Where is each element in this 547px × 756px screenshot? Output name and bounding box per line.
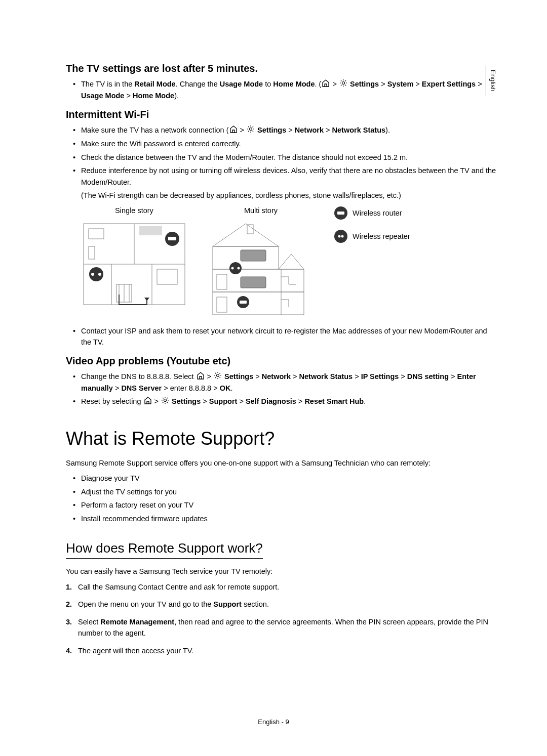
svg-rect-35 <box>241 250 266 261</box>
svg-point-44 <box>341 235 344 237</box>
svg-point-19 <box>98 273 101 276</box>
section-wifi-title: Intermittent Wi-Fi <box>66 109 496 120</box>
svg-point-45 <box>217 374 219 376</box>
svg-rect-36 <box>241 277 266 288</box>
single-story-label: Single story <box>81 206 187 215</box>
svg-point-39 <box>238 267 240 269</box>
svg-rect-16 <box>168 237 176 240</box>
svg-rect-8 <box>89 246 95 259</box>
page-footer: English - 9 <box>0 718 547 726</box>
step-remote-management: Select Remote Management, then read and … <box>66 616 496 639</box>
svg-marker-24 <box>213 224 279 246</box>
bullet-reset-smart-hub: Reset by selecting > Settings > Support … <box>73 396 496 407</box>
svg-point-46 <box>164 399 167 402</box>
remote-support-intro: Samsung Remote Support service offers yo… <box>66 457 496 469</box>
bullet-adjust: Adjust the TV settings for you <box>73 486 496 497</box>
gear-icon <box>339 79 347 90</box>
bullet-wifi-password: Make sure the Wifi password is entered c… <box>73 138 496 149</box>
svg-rect-42 <box>337 212 344 215</box>
svg-rect-41 <box>240 301 247 304</box>
bullet-change-dns: Change the DNS to 8.8.8.8. Select > Sett… <box>73 371 496 394</box>
svg-marker-26 <box>279 254 304 269</box>
svg-point-0 <box>342 81 344 84</box>
home-icon <box>229 125 238 136</box>
step-open-menu: Open the menu on your TV and go to the S… <box>66 599 496 610</box>
section-video-app-title: Video App problems (Youtube etc) <box>66 355 496 367</box>
home-icon <box>144 396 152 407</box>
svg-marker-20 <box>144 298 149 301</box>
gear-icon <box>214 371 222 383</box>
home-icon <box>197 371 205 383</box>
bullet-interference: Reduce interference by not using or turn… <box>73 165 496 188</box>
section-tv-settings-title: The TV settings are lost after 5 minutes… <box>66 63 496 74</box>
bullet-diagnose: Diagnose your TV <box>73 473 496 484</box>
main-title-remote-support: What is Remote Support? <box>66 428 496 449</box>
svg-rect-33 <box>217 274 227 289</box>
step-call: Call the Samsung Contact Centre and ask … <box>66 581 496 593</box>
svg-rect-34 <box>217 297 227 312</box>
svg-rect-9 <box>139 226 162 235</box>
svg-point-38 <box>231 267 234 269</box>
bullet-network-connection: Make sure the TV has a network connectio… <box>73 124 496 136</box>
step-agent-access: The agent will then access your TV. <box>66 645 496 656</box>
wifi-strength-note: (The Wi-Fi strength can be decreased by … <box>66 190 496 201</box>
router-icon <box>334 206 347 220</box>
sub-title-how-works: How does Remote Support work? <box>66 540 263 559</box>
multi-story-label: Multi story <box>208 206 314 215</box>
single-story-diagram <box>81 219 187 309</box>
home-icon <box>322 79 330 90</box>
svg-rect-25 <box>247 225 253 234</box>
svg-rect-10 <box>157 269 177 284</box>
multi-story-diagram <box>208 219 314 319</box>
svg-rect-23 <box>213 292 304 315</box>
bullet-contact-isp: Contact your ISP and ask them to reset y… <box>73 325 496 348</box>
gear-icon <box>247 125 255 136</box>
gear-icon <box>161 396 169 407</box>
svg-point-43 <box>338 235 341 237</box>
how-works-intro: You can easily have a Samsung Tech servi… <box>66 566 496 577</box>
svg-rect-7 <box>89 229 104 239</box>
legend-wireless-repeater: Wireless repeater <box>334 230 410 243</box>
svg-point-18 <box>91 273 94 276</box>
bullet-retail-mode: The TV is in the Retail Mode. Change the… <box>73 78 496 102</box>
legend-wireless-router: Wireless router <box>334 206 410 220</box>
diagram-row: Single story <box>81 206 496 319</box>
repeater-icon <box>334 230 347 243</box>
svg-point-1 <box>250 128 252 130</box>
bullet-firmware: Install recommended firmware updates <box>73 513 496 524</box>
bullet-factory-reset: Perform a factory reset on your TV <box>73 499 496 511</box>
bullet-distance: Check the distance between the TV and th… <box>73 152 496 163</box>
